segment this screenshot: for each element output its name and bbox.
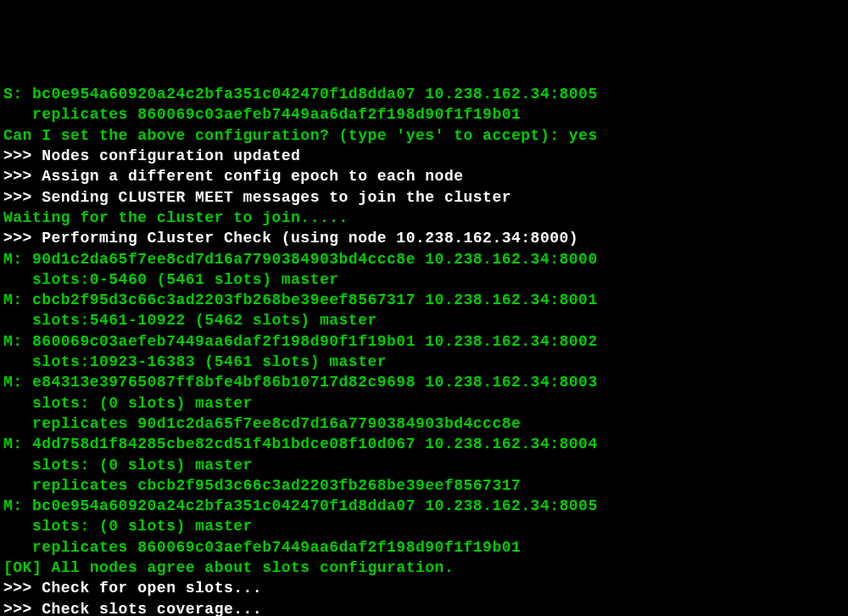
- terminal-line: slots:5461-10922 (5462 slots) master: [3, 310, 845, 330]
- terminal-line: M: cbcb2f95d3c66c3ad2203fb268be39eef8567…: [3, 290, 845, 310]
- terminal-line: replicates cbcb2f95d3c66c3ad2203fb268be3…: [3, 475, 845, 496]
- terminal-line: slots: (0 slots) master: [3, 516, 845, 536]
- terminal-line: [OK] All nodes agree about slots configu…: [3, 558, 845, 578]
- terminal-output: S: bc0e954a60920a24c2bfa351c042470f1d8dd…: [3, 84, 845, 616]
- terminal-line: replicates 860069c03aefeb7449aa6daf2f198…: [3, 104, 845, 125]
- terminal-line: slots:0-5460 (5461 slots) master: [3, 269, 845, 290]
- terminal-line: slots: (0 slots) master: [3, 455, 845, 475]
- terminal-line: M: e84313e39765087ff8bfe4bf86b10717d82c9…: [3, 372, 845, 392]
- terminal-line: slots:10923-16383 (5461 slots) master: [3, 352, 845, 372]
- terminal-line: >>> Nodes configuration updated: [3, 146, 845, 166]
- terminal-line: Can I set the above configuration? (type…: [3, 125, 845, 146]
- terminal-line: >>> Performing Cluster Check (using node…: [3, 228, 845, 248]
- terminal-line: >>> Sending CLUSTER MEET messages to joi…: [3, 187, 845, 208]
- terminal-line: Waiting for the cluster to join.....: [3, 208, 845, 228]
- terminal-line: >>> Assign a different config epoch to e…: [3, 166, 845, 186]
- terminal-line: replicates 90d1c2da65f7ee8cd7d16a7790384…: [3, 413, 845, 434]
- terminal-line: M: 90d1c2da65f7ee8cd7d16a7790384903bd4cc…: [3, 249, 845, 269]
- terminal-line: >>> Check slots coverage...: [3, 599, 845, 616]
- terminal-line: S: bc0e954a60920a24c2bfa351c042470f1d8dd…: [3, 84, 845, 104]
- terminal-line: M: 860069c03aefeb7449aa6daf2f198d90f1f19…: [3, 331, 845, 352]
- terminal-line: >>> Check for open slots...: [3, 578, 845, 598]
- terminal-line: M: 4dd758d1f84285cbe82cd51f4b1bdce08f10d…: [3, 434, 845, 454]
- terminal-line: M: bc0e954a60920a24c2bfa351c042470f1d8dd…: [3, 496, 845, 516]
- terminal-line: replicates 860069c03aefeb7449aa6daf2f198…: [3, 537, 845, 558]
- terminal-line: slots: (0 slots) master: [3, 393, 845, 413]
